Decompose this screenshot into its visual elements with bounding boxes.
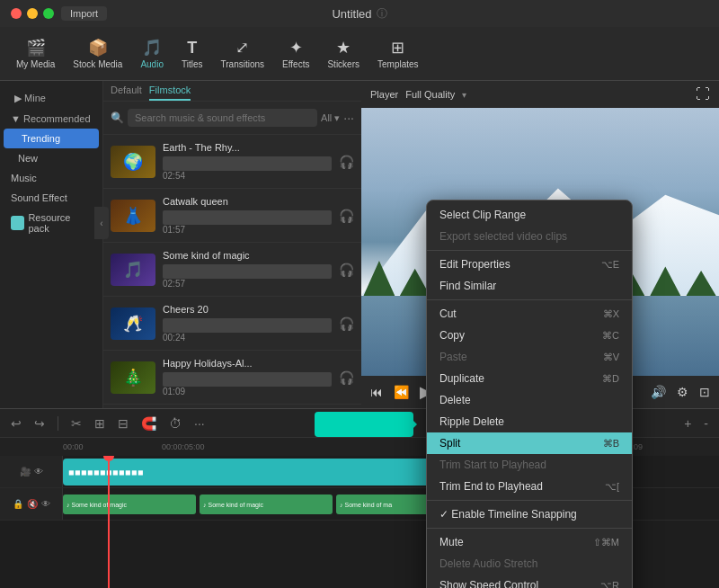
ctx-delete-audio[interactable]: Delete Audio Stretch	[427, 553, 632, 575]
sidebar-item-mine[interactable]: ▶ Mine	[0, 88, 102, 109]
minimize-button[interactable]	[27, 8, 38, 19]
ctx-show-speed[interactable]: Show Speed Control ⌥R	[427, 575, 632, 588]
sidebar-item-recommended[interactable]: ▼ Recommended	[0, 109, 102, 129]
toolbar-audio[interactable]: 🎵 Audio	[133, 34, 171, 73]
clip-text: Some kind of magic	[72, 502, 127, 508]
sidebar-item-resource-pack[interactable]: Resource pack	[0, 208, 102, 238]
tab-default[interactable]: Default	[111, 81, 142, 101]
toolbar-stickers[interactable]: ★ Stickers	[320, 34, 367, 73]
ctx-trim-start[interactable]: Trim Start to Playhead	[427, 454, 632, 476]
cut-tool[interactable]: ✂	[67, 414, 85, 432]
list-item[interactable]: 🌍 Earth - The Rhy... 02:54 🎧	[103, 135, 361, 189]
ctx-shortcut: ⇧⌘M	[593, 537, 619, 548]
toolbar-titles[interactable]: T Titles	[174, 35, 210, 73]
audio-label: Audio	[140, 59, 164, 69]
ctx-label: Cut	[439, 307, 457, 320]
player-label: Player	[370, 89, 398, 100]
list-item[interactable]: 🎵 Some kind of magic 02:57 🎧	[103, 243, 361, 297]
split-tool[interactable]: ⊟	[114, 414, 132, 432]
list-item[interactable]: 🎄 Happy Holidays-Al... 01:09 🎧	[103, 351, 361, 405]
effects-icon: ✦	[289, 38, 303, 58]
fullscreen-icon[interactable]: ⛶	[696, 86, 710, 102]
clip-label: ◼◼◼◼◼◼◼◼◼◼◼◼	[68, 468, 144, 477]
thumb-earth: 🌍	[111, 146, 155, 178]
list-item[interactable]: 👗 Catwalk queen 01:57 🎧	[103, 189, 361, 243]
quality-selector[interactable]: Full Quality	[405, 89, 455, 100]
undo-button[interactable]: ↩	[7, 414, 25, 432]
thumb-cheers: 🥂	[111, 307, 155, 340]
ctx-cut[interactable]: Cut ⌘X	[427, 303, 632, 325]
window-title: Untitled ⓘ	[332, 6, 386, 22]
zoom-in[interactable]: +	[680, 414, 695, 432]
toolbar-my-media[interactable]: 🎬 My Media	[9, 34, 62, 73]
filter-all[interactable]: All ▾	[321, 112, 340, 124]
ctx-trim-end[interactable]: Trim End to Playhead ⌥[	[427, 476, 632, 497]
stock-media-label: Stock Media	[73, 59, 122, 69]
ctx-separator	[427, 299, 632, 300]
ctx-copy[interactable]: Copy ⌘C	[427, 325, 632, 346]
eye-icon: 👁	[34, 467, 43, 477]
media-name: Happy Holidays-Al...	[163, 358, 332, 369]
ruler-mark: 00:00	[63, 442, 84, 451]
sidebar-item-new[interactable]: New	[0, 148, 102, 168]
crop-tool[interactable]: ⊞	[91, 414, 109, 432]
toolbar-transitions[interactable]: ⤢ Transitions	[214, 34, 272, 73]
ctx-edit-properties[interactable]: Edit Properties ⌥E	[427, 254, 632, 275]
more-tool[interactable]: ···	[191, 414, 209, 432]
ctx-label: Select Clip Range	[439, 209, 526, 221]
sidebar-item-music[interactable]: Music	[0, 168, 102, 188]
toolbar-effects[interactable]: ✦ Effects	[275, 34, 316, 73]
templates-icon: ⊞	[391, 38, 404, 58]
search-input[interactable]	[128, 109, 317, 127]
traffic-lights	[11, 8, 54, 19]
audio-clip-2[interactable]: ♪ Some kind of magic	[200, 494, 333, 514]
ctx-duplicate[interactable]: Duplicate ⌘D	[427, 368, 632, 389]
magnet-tool[interactable]: 🧲	[138, 414, 160, 432]
ctx-enable-snapping[interactable]: ✓ Enable Timeline Snapping	[427, 503, 632, 525]
transitions-icon: ⤢	[235, 38, 249, 58]
stickers-icon: ★	[336, 38, 351, 58]
sidebar-collapse[interactable]: ‹	[94, 207, 109, 239]
ctx-select-clip-range[interactable]: Select Clip Range	[427, 204, 632, 226]
media-name: Some kind of magic	[163, 250, 332, 261]
speed-tool[interactable]: ⏱	[165, 414, 185, 432]
media-info-cheers: Cheers 20 00:24	[163, 304, 332, 343]
preview-header: Player Full Quality ▾ ⛶	[361, 81, 719, 108]
settings-icon[interactable]: ⚙	[677, 385, 688, 399]
ctx-label: Copy	[439, 329, 465, 342]
list-item[interactable]: 🥂 Cheers 20 00:24 🎧	[103, 297, 361, 351]
import-button[interactable]: Import	[61, 6, 107, 21]
ctx-label: Trim Start to Playhead	[439, 459, 546, 471]
ctx-find-similar[interactable]: Find Similar	[427, 275, 632, 297]
more-options[interactable]: ···	[343, 111, 354, 125]
media-info-catwalk: Catwalk queen 01:57	[163, 196, 332, 235]
media-list: Default Filmstock 🔍 All ▾ ··· 🌍 Earth - …	[103, 81, 361, 408]
ctx-separator	[427, 528, 632, 529]
ctx-label: Delete	[439, 394, 471, 406]
crop-icon[interactable]: ⊡	[699, 385, 710, 399]
sidebar-item-trending[interactable]: Trending	[4, 129, 99, 148]
toolbar-stock-media[interactable]: 📦 Stock Media	[66, 34, 129, 73]
ctx-shortcut: ⌘D	[602, 373, 619, 385]
tab-filmstock[interactable]: Filmstock	[149, 81, 191, 101]
ctx-split[interactable]: Split ⌘B	[427, 432, 632, 454]
speaker-icon[interactable]: 🔊	[651, 385, 666, 399]
close-button[interactable]	[11, 8, 22, 19]
zoom-out[interactable]: -	[700, 414, 712, 432]
ctx-paste[interactable]: Paste ⌘V	[427, 346, 632, 368]
toolbar-templates[interactable]: ⊞ Templates	[370, 34, 426, 73]
resource-label: Resource pack	[28, 212, 92, 234]
headphone-icon: 🎧	[339, 316, 354, 331]
sidebar-item-sound-effect[interactable]: Sound Effect	[0, 188, 102, 208]
redo-button[interactable]: ↪	[31, 414, 49, 432]
step-back-button[interactable]: ⏪	[394, 385, 409, 399]
ctx-delete[interactable]: Delete	[427, 389, 632, 411]
ctx-mute[interactable]: Mute ⇧⌘M	[427, 531, 632, 553]
ctx-export-clips: Export selected video clips	[427, 226, 632, 247]
video-track-label: 🎥	[20, 467, 31, 477]
audio-clip-1[interactable]: ♪ Some kind of magic	[63, 494, 196, 514]
maximize-button[interactable]	[43, 8, 54, 19]
skip-back-button[interactable]: ⏮	[370, 385, 383, 399]
ctx-ripple-delete[interactable]: Ripple Delete	[427, 411, 632, 432]
ctx-separator	[427, 250, 632, 251]
